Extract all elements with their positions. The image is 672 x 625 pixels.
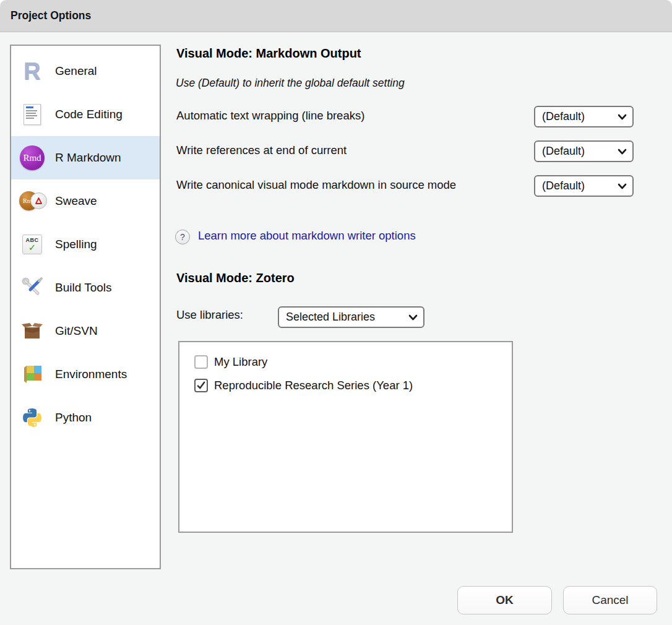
sidebar-item-sweave[interactable]: Rnw Sweave bbox=[11, 179, 160, 223]
cancel-button[interactable]: Cancel bbox=[563, 586, 657, 614]
sidebar-item-build-tools[interactable]: Build Tools bbox=[11, 266, 160, 309]
sidebar-item-label: Sweave bbox=[55, 194, 97, 208]
sidebar-item-spelling[interactable]: ABC✓ Spelling bbox=[11, 223, 160, 266]
sidebar-item-label: General bbox=[55, 64, 97, 78]
dropdown-canonical[interactable]: (Default) bbox=[534, 175, 634, 197]
dropdown-references[interactable]: (Default) bbox=[534, 140, 634, 162]
sidebar-item-label: Spelling bbox=[55, 238, 97, 251]
chevron-down-icon bbox=[408, 314, 423, 321]
rmarkdown-icon: Rmd bbox=[19, 145, 45, 171]
use-libraries-dropdown[interactable]: Selected Libraries bbox=[278, 306, 424, 328]
sidebar-item-label: Environments bbox=[55, 368, 127, 381]
build-tools-icon bbox=[19, 275, 45, 301]
dialog-title: Project Options bbox=[11, 0, 91, 32]
checkbox-reproducible-research[interactable] bbox=[194, 379, 208, 392]
sidebar-item-git-svn[interactable]: Git/SVN bbox=[11, 309, 160, 353]
library-label: Reproducible Research Series (Year 1) bbox=[214, 379, 413, 392]
git-svn-icon bbox=[19, 318, 45, 344]
section-title-zotero: Visual Mode: Zotero bbox=[176, 271, 295, 285]
chevron-down-icon bbox=[618, 114, 632, 120]
sidebar-item-code-editing[interactable]: Code Editing bbox=[11, 93, 160, 136]
sidebar-item-python[interactable]: Python bbox=[11, 396, 160, 439]
sidebar-item-label: Code Editing bbox=[55, 108, 123, 121]
sidebar-item-label: R Markdown bbox=[55, 151, 121, 165]
spelling-icon: ABC✓ bbox=[19, 231, 45, 257]
sidebar-item-general[interactable]: R General bbox=[11, 50, 160, 93]
chevron-down-icon bbox=[618, 149, 632, 155]
sidebar-item-environments[interactable]: Environments bbox=[11, 353, 160, 396]
python-icon bbox=[19, 405, 45, 431]
sweave-icon: Rnw bbox=[19, 188, 45, 214]
option-label-text-wrapping: Automatic text wrapping (line breaks) bbox=[176, 107, 364, 124]
code-editing-icon bbox=[19, 101, 45, 127]
dropdown-text-wrapping[interactable]: (Default) bbox=[534, 106, 634, 127]
sidebar-item-label: Git/SVN bbox=[55, 324, 98, 338]
pdf-icon bbox=[30, 192, 47, 209]
help-icon[interactable]: ? bbox=[175, 230, 190, 244]
checkbox-my-library[interactable] bbox=[194, 355, 208, 369]
project-options-dialog: Project Options R General Code Editing R… bbox=[0, 0, 672, 625]
ok-button[interactable]: OK bbox=[457, 586, 552, 614]
learn-more-link[interactable]: Learn more about markdown writer options bbox=[198, 229, 416, 243]
option-label-canonical: Write canonical visual mode markdown in … bbox=[176, 176, 510, 194]
zotero-libraries-box: My Library Reproducible Research Series … bbox=[178, 341, 513, 533]
section-subtitle: Use (Default) to inherit the global defa… bbox=[176, 77, 405, 90]
r-logo-icon: R bbox=[19, 58, 45, 84]
library-label: My Library bbox=[214, 355, 267, 369]
option-label-references: Write references at end of current bbox=[176, 142, 347, 159]
chevron-down-icon bbox=[618, 183, 632, 189]
library-row-reproducible-research[interactable]: Reproducible Research Series (Year 1) bbox=[194, 379, 512, 392]
sidebar-item-label: Build Tools bbox=[55, 281, 112, 295]
library-row-my-library[interactable]: My Library bbox=[194, 355, 512, 369]
environments-icon bbox=[19, 361, 45, 387]
sidebar-item-r-markdown[interactable]: Rmd R Markdown bbox=[11, 136, 160, 179]
sidebar: R General Code Editing Rmd R Markdown Rn… bbox=[10, 45, 161, 569]
title-bar: Project Options bbox=[0, 0, 672, 32]
use-libraries-label: Use libraries: bbox=[176, 308, 243, 322]
sidebar-item-label: Python bbox=[55, 411, 92, 425]
section-title-markdown-output: Visual Mode: Markdown Output bbox=[176, 46, 361, 61]
